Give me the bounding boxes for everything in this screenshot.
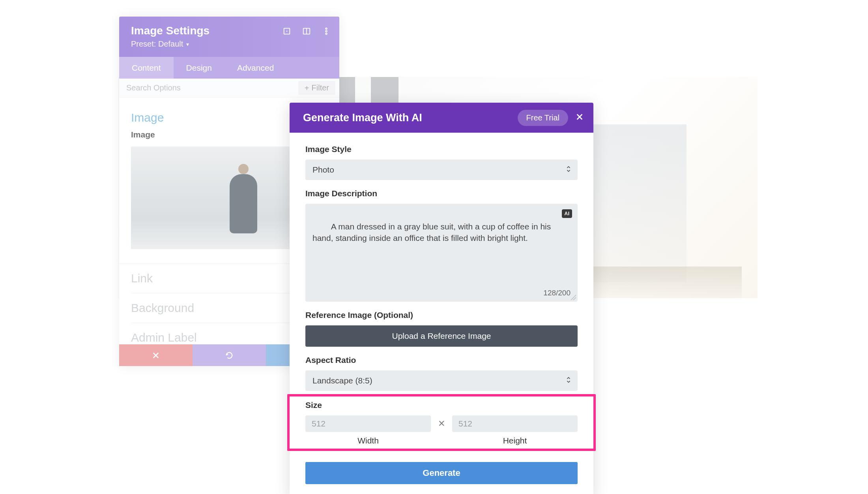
upload-reference-button[interactable]: Upload a Reference Image — [305, 325, 578, 347]
select-chevrons-icon — [566, 376, 571, 385]
split-view-icon[interactable] — [302, 27, 311, 38]
ai-modal-header: Generate Image With AI Free Trial — [290, 103, 593, 133]
char-counter: 128/200 — [543, 288, 571, 298]
ai-modal-title: Generate Image With AI — [303, 112, 422, 124]
settings-tabs: Content Design Advanced — [119, 57, 339, 79]
image-description-label: Image Description — [305, 189, 578, 198]
height-input[interactable]: 512 — [452, 415, 578, 432]
width-input[interactable]: 512 — [305, 415, 431, 432]
search-input[interactable]: Search Options — [126, 83, 181, 92]
svg-point-4 — [326, 28, 327, 30]
aspect-ratio-select[interactable]: Landscape (8:5) — [305, 370, 578, 391]
svg-point-6 — [326, 33, 327, 35]
cancel-button[interactable] — [119, 344, 193, 366]
more-menu-icon[interactable] — [322, 27, 331, 38]
width-caption: Width — [305, 436, 431, 445]
close-button[interactable] — [575, 113, 584, 123]
search-row: Search Options + Filter — [119, 79, 339, 98]
height-caption: Height — [452, 436, 578, 445]
ai-badge-icon[interactable]: AI — [562, 209, 572, 218]
reference-image-label: Reference Image (Optional) — [305, 310, 578, 320]
tab-advanced[interactable]: Advanced — [224, 57, 286, 79]
preset-selector[interactable]: Preset: Default ▾ — [131, 39, 327, 49]
undo-button[interactable] — [193, 344, 266, 366]
aspect-ratio-label: Aspect Ratio — [305, 355, 578, 365]
image-style-label: Image Style — [305, 145, 578, 154]
size-label: Size — [305, 400, 578, 410]
settings-header: Image Settings Preset: Default ▾ — [119, 17, 339, 57]
image-description-textarea[interactable]: A man dressed in a gray blue suit, with … — [305, 204, 578, 302]
tab-design[interactable]: Design — [174, 57, 224, 79]
times-icon: ✕ — [438, 419, 445, 429]
svg-point-1 — [286, 31, 288, 32]
resize-handle-icon[interactable] — [571, 295, 576, 300]
generate-button[interactable]: Generate — [305, 462, 578, 484]
svg-point-5 — [326, 30, 327, 32]
free-trial-pill[interactable]: Free Trial — [518, 110, 568, 126]
image-style-select[interactable]: Photo — [305, 160, 578, 180]
tab-content[interactable]: Content — [119, 57, 174, 79]
filter-button[interactable]: + Filter — [298, 81, 335, 95]
plus-icon: + — [305, 84, 309, 92]
generate-image-ai-modal: Generate Image With AI Free Trial Image … — [290, 103, 593, 494]
expand-icon[interactable] — [282, 27, 291, 38]
chevron-down-icon: ▾ — [186, 41, 189, 47]
select-chevrons-icon — [566, 165, 571, 175]
